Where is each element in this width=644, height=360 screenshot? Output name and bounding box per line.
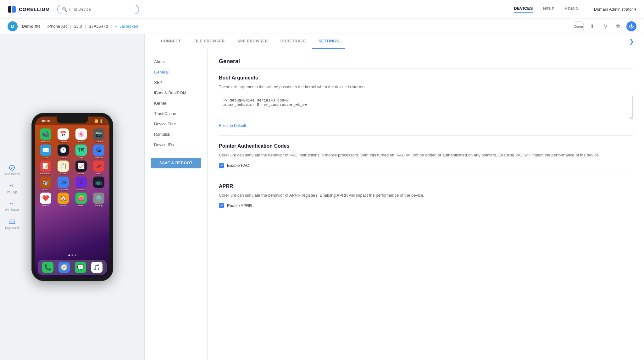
keyboard-label: Keyboard (5, 226, 19, 230)
save-reboot-button[interactable]: SAVE & REBOOT (151, 158, 201, 168)
app-health[interactable]: ❤️Health (38, 193, 54, 207)
nav-admin[interactable]: ADMIN (565, 6, 579, 12)
menu-device-ids[interactable]: Device IDs (151, 140, 201, 150)
app-settings[interactable]: ⚙️Settings (91, 193, 107, 207)
app-weather[interactable]: 🌤Weather (91, 145, 107, 159)
app-grid: 📹FaceTime 📅Calendar 🌸Photos 📷Camera ✉️Ma… (35, 127, 109, 209)
battery-icon: 🔋 (99, 119, 103, 123)
chevron-down-icon: ▾ (634, 7, 636, 12)
phone-notch (57, 117, 88, 123)
volume-down-icon (8, 200, 15, 207)
menu-device-tree[interactable]: Device Tree (151, 119, 201, 129)
device-bar: D Demo XR iPhone XR | 13.0 | 17A5547d | … (0, 19, 644, 34)
connect-split-btn[interactable]: 🖥 Connect ▾ (574, 21, 584, 31)
dot-3 (75, 254, 76, 256)
app-tv[interactable]: 📺TV (91, 177, 107, 191)
aprr-title: APRR (219, 183, 633, 189)
app-home[interactable]: 🏠Home (55, 193, 71, 207)
tab-settings[interactable]: SETTINGS (312, 34, 345, 49)
boot-args-textarea[interactable] (219, 95, 633, 120)
side-button-icon (8, 164, 15, 171)
nav-links: DEVICES HELP ADMIN Domain Administrator … (514, 6, 636, 13)
tab-file-browser[interactable]: FILE BROWSER (187, 34, 231, 49)
tabs-bar: CONNECT FILE BROWSER APP BROWSER CORETRA… (145, 34, 644, 49)
search-input[interactable] (69, 7, 134, 12)
dock-safari[interactable]: 🧭 (58, 262, 70, 273)
device-info: Demo XR iPhone XR | 13.0 | 17A5547d | ✓ … (22, 24, 138, 29)
settings-menu: About General SEP iBoot & BootROM Kernel… (145, 49, 208, 360)
aprr-checkbox-label: Enable APRR (227, 203, 252, 208)
menu-about[interactable]: About (151, 57, 201, 67)
boot-args-title: Boot Arguments (219, 75, 633, 81)
menu-general[interactable]: General (151, 67, 201, 77)
app-appstore[interactable]: 🛍App Store (55, 177, 71, 191)
phone-mockup: 10:20 📶 🔋 📹FaceTime 📅Calendar 🌸Photos 📷C… (31, 113, 113, 281)
divider-1 (219, 135, 633, 136)
app-podcasts[interactable]: 🎙Podcasts (73, 177, 89, 191)
pause-btn[interactable]: ⏸ (587, 21, 597, 31)
power-btn[interactable]: ⏻ (626, 21, 636, 31)
phone-time: 10:20 (42, 119, 50, 123)
app-notes[interactable]: 📋Notes (55, 161, 71, 175)
phone-status-icons: 📶 🔋 (94, 119, 103, 123)
top-nav: CORELLIUM 🔍 DEVICES HELP ADMIN Domain Ad… (0, 0, 644, 19)
user-name: Domain Administrator (594, 7, 633, 12)
vol-down-ctrl[interactable]: Vol. Down (5, 200, 19, 212)
vol-up-label: Vol. Up (7, 190, 17, 194)
refresh-btn[interactable]: ↻ (600, 21, 610, 31)
menu-sep[interactable]: SEP (151, 78, 201, 87)
dot-2 (71, 254, 73, 256)
app-wallet[interactable]: 👛Wallet (73, 193, 89, 207)
app-mail[interactable]: ✉️Mail (38, 145, 54, 159)
phone-panel: Side Button Vol. Up Vol. Down Keyboard (0, 34, 145, 360)
vol-down-label: Vol. Down (5, 208, 19, 212)
app-photos[interactable]: 🌸Photos (73, 128, 89, 143)
app-clock[interactable]: 🕐Clock (55, 145, 71, 159)
keyboard-ctrl[interactable]: Keyboard (5, 218, 19, 230)
search-box[interactable]: 🔍 (57, 5, 139, 14)
nav-devices[interactable]: DEVICES (514, 6, 533, 13)
phone-dock: 📞 🧭 💬 🎵 (38, 260, 107, 275)
dot-1 (68, 254, 70, 256)
reset-to-default-link[interactable]: Reset to Default (219, 123, 246, 128)
aprr-checkbox-row: Enable APRR (219, 203, 633, 208)
search-icon: 🔍 (62, 7, 67, 12)
pac-checkbox[interactable] (219, 163, 224, 168)
app-camera[interactable]: 📷Camera (91, 128, 107, 143)
dock-music[interactable]: 🎵 (91, 262, 103, 273)
section-title: General (219, 58, 633, 69)
device-avatar: D (8, 21, 18, 31)
svg-point-2 (9, 165, 14, 170)
app-facetime[interactable]: 📹FaceTime (38, 128, 54, 143)
tab-connect[interactable]: CONNECT (155, 34, 187, 49)
side-button-ctrl[interactable]: Side Button (4, 164, 20, 176)
device-model: iPhone XR (47, 24, 67, 29)
app-news[interactable]: 🗞News (91, 161, 107, 175)
aprr-checkbox[interactable] (219, 203, 224, 208)
svg-rect-3 (9, 220, 15, 224)
app-reminders[interactable]: 📝Reminders (38, 161, 54, 175)
tab-next-arrow[interactable]: ❯ (629, 38, 634, 45)
settings-layout: About General SEP iBoot & BootROM Kernel… (145, 49, 644, 360)
tab-coretrace[interactable]: CORETRACE (274, 34, 312, 49)
logo-area: CORELLIUM (8, 5, 50, 14)
dock-phone[interactable]: 📞 (42, 262, 53, 273)
app-stocks[interactable]: 📈Stocks (73, 161, 89, 175)
tab-app-browser[interactable]: APP BROWSER (231, 34, 274, 49)
right-panel: CONNECT FILE BROWSER APP BROWSER CORETRA… (145, 34, 644, 360)
device-ios: 13.0 (74, 24, 82, 29)
dock-messages[interactable]: 💬 (75, 262, 86, 273)
menu-ramdisk[interactable]: Ramdisk (151, 129, 201, 139)
menu-iboot[interactable]: iBoot & BootROM (151, 88, 201, 98)
phone-page-dots (68, 254, 76, 256)
delete-btn[interactable]: 🗑 (613, 21, 623, 31)
menu-trust-cache[interactable]: Trust Cache (151, 109, 201, 118)
nav-user[interactable]: Domain Administrator ▾ (594, 7, 636, 12)
vol-up-ctrl[interactable]: Vol. Up (7, 182, 17, 194)
app-maps[interactable]: 🗺Maps (73, 145, 89, 159)
connect-main-btn[interactable]: 🖥 Connect (574, 21, 584, 31)
menu-kernel[interactable]: Kernel (151, 98, 201, 108)
app-calendar[interactable]: 📅Calendar (55, 128, 71, 143)
app-books[interactable]: 📚Books (38, 177, 54, 191)
nav-help[interactable]: HELP (543, 6, 555, 12)
